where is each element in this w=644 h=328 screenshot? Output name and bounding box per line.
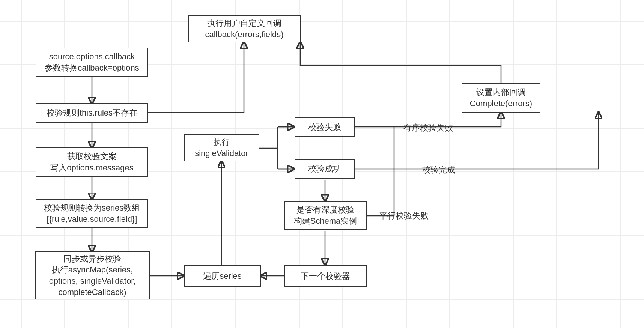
- edge-label-ordered-fail: 有序校验失败: [403, 122, 453, 134]
- edge-label-validate-done: 校验完成: [422, 164, 455, 176]
- node-validate-success: 校验成功: [295, 159, 355, 179]
- node-single-validator: 执行 singleValidator: [184, 134, 259, 161]
- node-rules-missing: 校验规则this.rules不存在: [36, 103, 148, 123]
- node-deep-validate: 是否有深度校验 构建Schema实例: [284, 201, 367, 230]
- node-validate-fail: 校验失败: [295, 117, 355, 137]
- edge-label-parallel-fail: 平行校验失败: [379, 210, 429, 221]
- node-next-validator: 下一个校验器: [284, 265, 367, 287]
- node-to-series-array: 校验规则转换为series数组 [{rule,value,source,fiel…: [36, 199, 148, 228]
- node-get-messages: 获取校验文案 写入options.messages: [36, 147, 148, 177]
- node-set-internal-callback: 设置内部回调 Complete(errors): [462, 83, 540, 113]
- node-iterate-series: 遍历series: [184, 265, 261, 287]
- node-param-convert: source,options,callback 参数转换callback=opt…: [36, 48, 148, 77]
- node-async-map: 同步或异步校验 执行asyncMap(series, options, sing…: [35, 251, 150, 299]
- flowchart-canvas: 执行用户自定义回调 callback(errors,fields) source…: [0, 0, 644, 328]
- node-callback-user: 执行用户自定义回调 callback(errors,fields): [188, 15, 301, 42]
